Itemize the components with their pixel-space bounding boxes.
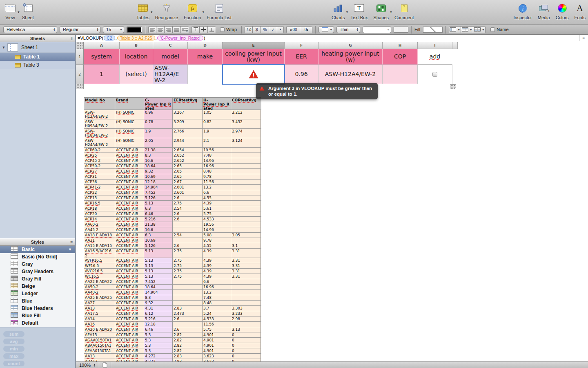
font-style-select[interactable]: Regular ▲▼ — [60, 26, 100, 33]
font-family-select[interactable]: Helvetica ▲▼ — [3, 26, 57, 33]
table3-cell[interactable] — [231, 164, 261, 169]
toolbar-item-sheet[interactable]: Sheet — [22, 2, 34, 20]
table3-cell[interactable]: 6.6 — [203, 190, 231, 195]
header-cell-cop[interactable]: COP — [383, 49, 418, 65]
column-letter-D[interactable]: D — [188, 42, 223, 49]
table3-cell[interactable] — [231, 322, 261, 327]
table3-cell[interactable]: 3.1 — [231, 243, 261, 249]
table3-cell[interactable]: ACCENT AIR — [115, 206, 144, 211]
spreadsheet-canvas[interactable]: ABCDEFGHI1systemlocationmodelmakecooling… — [76, 41, 588, 361]
fill-color-well[interactable] — [423, 27, 443, 33]
table3-cell[interactable]: 16.6 — [144, 227, 173, 233]
table3-cell[interactable]: AA45-2 — [84, 227, 115, 233]
toolbar-item-shapes[interactable]: ▼Shapes — [374, 2, 389, 20]
table3-cell[interactable] — [231, 148, 261, 153]
table3-cell[interactable]: ASW-H12A4/EW-2 — [84, 110, 115, 119]
table3-cell[interactable] — [231, 285, 261, 290]
table3-cell[interactable]: ASW-H09A4/EW-2 — [84, 119, 115, 129]
table3-cell[interactable]: 5.216 — [144, 217, 173, 222]
table3-cell[interactable]: AA40-2 — [84, 290, 115, 295]
table3-cell[interactable]: 4.272 — [144, 354, 173, 359]
toolbar-item-function[interactable]: fx▼Function — [184, 2, 201, 20]
table-row[interactable]: ASW-H09A4/EW-2(H) SONIC0.783.2090.823.43… — [84, 119, 261, 129]
table3-cell[interactable]: 5.126 — [144, 195, 173, 201]
table-row[interactable]: AA16.5/ACP16.5ACCENT AIR5.132.754.393.31 — [84, 249, 261, 258]
table3-cell[interactable]: ACCENT AIR — [115, 180, 144, 185]
table3-cell[interactable]: ABAA0150TA1 — [84, 343, 115, 348]
formula-bar[interactable]: =VLOOKUP(C2,Table 3 :: A2:F25,'C-Power_I… — [76, 35, 588, 41]
table3-cell[interactable]: ACCENT AIR — [115, 311, 144, 316]
table3-cell[interactable]: ACCENT AIR — [115, 211, 144, 217]
table3-cell[interactable]: 2.82 — [173, 343, 203, 348]
table3-cell[interactable]: 4.39 — [203, 249, 231, 258]
wrap-checkbox[interactable]: Wrap — [220, 27, 237, 32]
table3-cell[interactable]: ACCENT AIR — [115, 201, 144, 206]
column-letter-H[interactable]: H — [383, 42, 418, 49]
border-color-well[interactable] — [394, 27, 408, 33]
table-row[interactable]: WC16.5ACCENT AIR5.132.754.393.31 — [84, 274, 261, 279]
table3-cell[interactable]: 3.31 — [231, 269, 261, 274]
table-row[interactable]: AA31ACCENT AIR10.699.78 — [84, 238, 261, 243]
table3-cell[interactable]: 2.82 — [173, 348, 203, 354]
table3-cell[interactable]: AA60-2 — [84, 222, 115, 227]
table3-cell[interactable]: 2.65 — [173, 169, 203, 174]
cell-I2[interactable] — [418, 65, 452, 84]
table3-cell[interactable]: 19.56 — [203, 222, 231, 227]
table3-cell[interactable]: ACCENT AIR — [115, 348, 144, 354]
table3-cell[interactable]: 2.1 — [203, 138, 231, 148]
table3-cell[interactable] — [231, 206, 261, 211]
table3-cell[interactable]: 6.6 — [203, 279, 231, 285]
table3-cell[interactable]: AA20 E ADA20 — [84, 327, 115, 332]
table3-cell[interactable]: ACCENT AIR — [115, 306, 144, 311]
table3-cell[interactable]: 9.32 — [144, 301, 173, 306]
table3-cell[interactable] — [231, 279, 261, 285]
table3-cell[interactable]: 4.533 — [203, 217, 231, 222]
table3-cell[interactable]: 5.24 — [203, 311, 231, 316]
font-size-combo[interactable]: 15 ▼ — [103, 26, 124, 33]
header-cell-location[interactable]: location — [120, 49, 153, 65]
table3-cell[interactable]: AEAA0150TA1 — [84, 348, 115, 354]
table-row[interactable]: ACP41-2ACCENT AIR14.9042.60113.2 — [84, 185, 261, 190]
table3-cell[interactable]: 0 — [231, 343, 261, 348]
table3-cell[interactable]: WC16.5 — [84, 274, 115, 279]
formula-arg-pill[interactable]: 'C-Power_Inp_Rated' — [157, 36, 203, 40]
table3-cell[interactable]: AA18 E ADA18 — [84, 233, 115, 238]
column-letter-F[interactable]: F — [285, 42, 318, 49]
table3-cell[interactable]: 3.209 — [173, 119, 203, 129]
table3-cell[interactable]: ACCENT AIR — [115, 174, 144, 180]
table3-cell[interactable]: 21.38 — [144, 222, 173, 227]
style-item-gray-fill[interactable]: Gray Fill — [0, 275, 75, 283]
table3-cell[interactable]: 5.216 — [144, 316, 173, 322]
table3-cell[interactable]: AA17.5 — [84, 311, 115, 316]
table3-cell[interactable]: AA13 — [84, 306, 115, 311]
zoom-stepper-icon[interactable]: ▲▼ — [93, 364, 96, 367]
table3-cell[interactable]: ACCENT AIR — [115, 227, 144, 233]
table3-cell[interactable]: 5.3 — [144, 348, 173, 354]
table-row[interactable]: ACP27ACCENT AIR9.322.658.48 — [84, 169, 261, 174]
table3-cell[interactable]: ACCENT AIR — [115, 153, 144, 158]
toolbar-item-inspector[interactable]: iInspector — [513, 2, 532, 20]
sidebar-item-table-3[interactable]: Table 3 — [0, 61, 75, 69]
table-row[interactable]: AA17.5ACCENT AIR6.122.4735.243.233 — [84, 311, 261, 316]
format-more-button[interactable]: ▾ — [277, 26, 284, 33]
table-row[interactable]: AVCP16.5ACCENT AIR5.132.754.393.31 — [84, 269, 261, 274]
toolbar-item-media[interactable]: ♪Media — [538, 2, 550, 20]
table-row[interactable]: AEAA0150TA1ACCENT AIR5.32.824.9010 — [84, 348, 261, 354]
table3-cell[interactable]: 11.56 — [203, 322, 231, 327]
table3-cell[interactable]: ACP15 — [84, 195, 115, 201]
table3-cell[interactable]: 5.13 — [144, 269, 173, 274]
table3-cell[interactable]: 2.601 — [173, 185, 203, 190]
table3-header-c-power-inp-rated[interactable]: C-Power_Inp_Rated — [144, 98, 173, 110]
table3-cell[interactable]: 3.31 — [231, 249, 261, 258]
align-center-button[interactable] — [156, 26, 165, 33]
table3-cell[interactable]: 4.55 — [203, 243, 231, 249]
column-letter-E[interactable]: E — [223, 42, 285, 49]
table3-cell[interactable]: 1.9 — [144, 129, 173, 138]
table3-cell[interactable]: 2.83 — [173, 306, 203, 311]
table3-cell[interactable]: 2.6 — [173, 316, 203, 322]
table3-cell[interactable]: ACP25 — [84, 153, 115, 158]
table3-cell[interactable]: ACCENT AIR — [115, 238, 144, 243]
table3-cell[interactable]: 8.48 — [203, 169, 231, 174]
table3-cell[interactable] — [231, 290, 261, 295]
table3-cell[interactable] — [231, 301, 261, 306]
